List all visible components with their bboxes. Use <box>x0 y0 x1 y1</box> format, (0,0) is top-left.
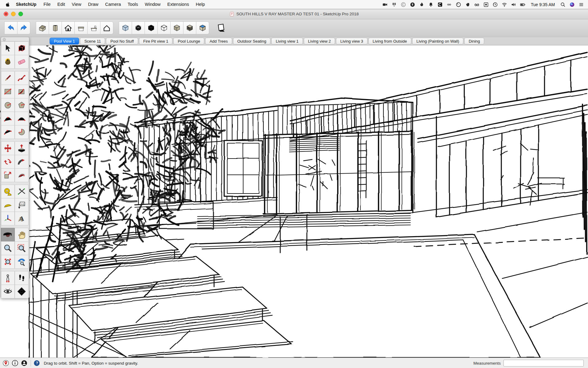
style-monochrome[interactable] <box>196 21 209 34</box>
measurements-input[interactable] <box>503 360 584 366</box>
notification-bell-icon[interactable] <box>427 1 435 8</box>
geolocation-icon[interactable] <box>2 360 9 366</box>
video-camera-icon[interactable] <box>381 1 389 8</box>
shadows-toggle[interactable] <box>215 22 227 34</box>
tool-protractor[interactable] <box>1 198 15 212</box>
scene-tab[interactable]: Pool View 1 <box>50 38 79 44</box>
view-front[interactable] <box>62 21 75 34</box>
tool-rotated-rectangle[interactable] <box>15 85 28 98</box>
menu-item[interactable]: Camera <box>102 2 124 7</box>
undo-button[interactable] <box>4 21 17 34</box>
scene-tab[interactable]: Living view 3 <box>336 38 367 44</box>
wifi-icon[interactable] <box>501 1 508 8</box>
style-wireframe[interactable] <box>145 21 158 34</box>
tool-look-around[interactable] <box>1 285 15 298</box>
style-shaded[interactable] <box>170 21 183 34</box>
tool-freehand[interactable] <box>15 71 28 85</box>
scene-tab[interactable]: Dining <box>464 38 484 44</box>
tool-section-plane[interactable] <box>15 285 28 298</box>
tool-zoom[interactable] <box>1 241 15 255</box>
infinity-icon[interactable] <box>446 1 453 8</box>
palette-close-icon[interactable] <box>3 38 6 41</box>
screen-recording-icon[interactable] <box>482 1 490 8</box>
tool-previous[interactable] <box>15 255 28 269</box>
style-xray[interactable] <box>119 21 132 34</box>
app-menu[interactable]: SketchUp <box>12 0 40 9</box>
zoom-window-button[interactable] <box>18 12 23 16</box>
redo-button[interactable] <box>17 21 30 34</box>
tool-circle[interactable] <box>1 98 15 112</box>
dropbox-icon[interactable] <box>390 1 398 8</box>
tool-3d-text[interactable]: AA <box>15 212 28 225</box>
glasses-icon[interactable] <box>473 1 481 8</box>
scene-tab[interactable]: Pool Lounge <box>173 38 204 44</box>
style-back-edges[interactable] <box>132 21 145 34</box>
menu-item[interactable]: Help <box>192 2 208 7</box>
siri-icon[interactable] <box>568 1 576 8</box>
time-machine-icon[interactable] <box>492 1 499 8</box>
tool-rectangle[interactable] <box>1 85 15 98</box>
model-info-icon[interactable] <box>12 360 18 366</box>
menu-item[interactable]: Window <box>141 2 164 7</box>
tool-tape-measure[interactable] <box>1 185 15 198</box>
apple-menu-icon[interactable] <box>3 2 12 7</box>
tool-paint-bucket[interactable] <box>1 55 15 69</box>
minimize-button[interactable] <box>11 12 16 16</box>
tool-walk[interactable] <box>15 271 28 285</box>
help-icon[interactable]: ? <box>33 360 40 366</box>
credits-user-icon[interactable] <box>21 360 28 366</box>
tool-pan[interactable] <box>15 228 28 242</box>
tool-orbit[interactable] <box>1 228 15 242</box>
spotlight-search-icon[interactable] <box>559 1 567 8</box>
volume-icon[interactable] <box>510 1 517 8</box>
scene-tab[interactable]: Outdoor Seating <box>233 38 271 44</box>
scene-tab[interactable]: Pool No Stuff <box>106 38 138 44</box>
view-left[interactable] <box>87 21 100 34</box>
tool-move[interactable] <box>1 141 15 155</box>
tool-rotate[interactable] <box>1 155 15 169</box>
tool-position-camera[interactable] <box>1 271 15 285</box>
tool-arc[interactable] <box>1 112 15 125</box>
menu-item[interactable]: Draw <box>85 2 102 7</box>
drawing-canvas[interactable] <box>0 45 588 358</box>
scene-tab[interactable]: Living view 2 <box>304 38 335 44</box>
tool-polygon[interactable] <box>15 98 28 112</box>
palette-header[interactable] <box>1 37 29 41</box>
tool-zoom-extents[interactable] <box>1 255 15 269</box>
circle-app-icon[interactable] <box>455 1 462 8</box>
menu-item[interactable]: File <box>40 2 54 7</box>
tool-make-component[interactable] <box>15 41 28 55</box>
scene-tab[interactable]: Living view 1 <box>271 38 303 44</box>
tool-select[interactable] <box>1 41 15 55</box>
tool-2pt-arc[interactable] <box>15 112 28 125</box>
c-app-icon[interactable] <box>436 1 444 8</box>
menu-item[interactable]: Extensions <box>164 2 192 7</box>
tool-zoom-window[interactable] <box>15 241 28 255</box>
menu-item[interactable]: Edit <box>54 2 68 7</box>
creative-cloud-icon[interactable] <box>400 1 407 8</box>
view-iso[interactable] <box>36 21 49 34</box>
tool-eraser[interactable] <box>15 55 28 69</box>
flame-icon[interactable] <box>418 1 425 8</box>
menu-bar-clock[interactable]: Tue 9:35 AM <box>528 2 557 7</box>
tool-follow-me[interactable] <box>15 155 28 169</box>
scene-tab[interactable]: Scene 11 <box>80 38 105 44</box>
notification-center-icon[interactable] <box>578 1 585 8</box>
tool-text[interactable]: A1 <box>15 198 28 212</box>
scene-tab[interactable]: Living (Painting on Wall) <box>412 38 464 44</box>
scene-tab[interactable]: Fire Pit view 1 <box>139 38 173 44</box>
tool-pie[interactable] <box>15 125 28 139</box>
tool-axes[interactable] <box>1 212 15 225</box>
close-button[interactable] <box>4 12 8 16</box>
tool-3pt-arc[interactable] <box>1 125 15 139</box>
view-top[interactable] <box>49 21 62 34</box>
menu-item[interactable]: Tools <box>124 2 141 7</box>
menu-item[interactable]: View <box>68 2 85 7</box>
tool-scale[interactable] <box>1 168 15 182</box>
battery-charging-icon[interactable] <box>519 1 526 8</box>
view-right[interactable] <box>100 21 113 34</box>
tool-dimensions[interactable]: 3 <box>15 185 28 198</box>
tool-line[interactable] <box>1 71 15 85</box>
evernote-icon[interactable] <box>464 1 471 8</box>
style-shaded-textures[interactable] <box>183 21 196 34</box>
